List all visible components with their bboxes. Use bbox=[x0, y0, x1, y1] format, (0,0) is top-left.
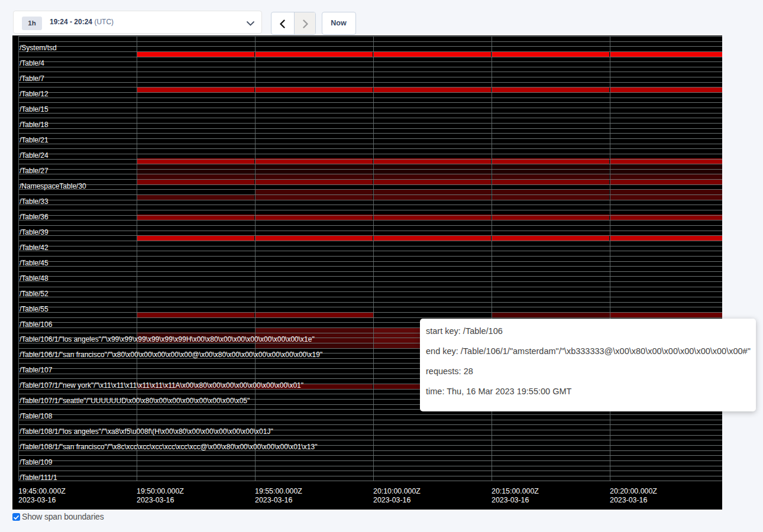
svg-text:/Table/18: /Table/18 bbox=[20, 121, 49, 129]
svg-text:20:10:00.000Z: 20:10:00.000Z bbox=[373, 487, 421, 495]
svg-text:/Table/108: /Table/108 bbox=[20, 412, 53, 420]
svg-text:/Table/106/1/"san francisco"/": /Table/106/1/"san francisco"/"\x80\x00\x… bbox=[20, 351, 322, 359]
svg-text:19:50:00.000Z: 19:50:00.000Z bbox=[137, 487, 184, 495]
svg-text:/System/tsd: /System/tsd bbox=[20, 44, 57, 52]
svg-text:2023-03-16: 2023-03-16 bbox=[610, 496, 647, 504]
svg-text:/Table/4: /Table/4 bbox=[20, 59, 44, 67]
svg-text:/NamespaceTable/30: /NamespaceTable/30 bbox=[20, 182, 86, 190]
svg-text:/Table/106/1/"los angeles"/"\x: /Table/106/1/"los angeles"/"\x99\x99\x99… bbox=[20, 335, 315, 343]
svg-text:/Table/39: /Table/39 bbox=[20, 228, 49, 236]
svg-text:/Table/27: /Table/27 bbox=[20, 167, 49, 175]
svg-text:2023-03-16: 2023-03-16 bbox=[137, 496, 174, 504]
svg-text:/Table/15: /Table/15 bbox=[20, 105, 49, 113]
svg-text:/Table/107/1/"seattle"/"UUUUUU: /Table/107/1/"seattle"/"UUUUUUD\x00\x80\… bbox=[20, 397, 250, 405]
svg-text:20:20:00.000Z: 20:20:00.000Z bbox=[610, 487, 657, 495]
svg-text:/Table/12: /Table/12 bbox=[20, 90, 49, 98]
svg-text:/Table/106: /Table/106 bbox=[20, 320, 53, 329]
svg-text:/Table/21: /Table/21 bbox=[20, 136, 49, 144]
svg-text:19:45:00.000Z: 19:45:00.000Z bbox=[18, 487, 66, 495]
svg-text:/Table/48: /Table/48 bbox=[20, 274, 49, 283]
svg-text:/Table/33: /Table/33 bbox=[20, 197, 49, 206]
svg-text:/Table/107/1/"new york"/"\x11\: /Table/107/1/"new york"/"\x11\x11\x11\x1… bbox=[20, 381, 303, 390]
svg-text:20:15:00.000Z: 20:15:00.000Z bbox=[492, 487, 539, 495]
svg-text:/Table/52: /Table/52 bbox=[20, 290, 49, 298]
svg-text:/Table/107: /Table/107 bbox=[20, 366, 53, 374]
svg-text:/Table/36: /Table/36 bbox=[20, 213, 49, 221]
svg-text:/Table/45: /Table/45 bbox=[20, 259, 49, 267]
svg-text:2023-03-16: 2023-03-16 bbox=[492, 496, 529, 504]
svg-text:/Table/108/1/"los angeles"/"\x: /Table/108/1/"los angeles"/"\xa8\xf5\u00… bbox=[20, 427, 273, 436]
svg-text:/Table/55: /Table/55 bbox=[20, 305, 49, 313]
svg-text:/Table/111/1: /Table/111/1 bbox=[20, 473, 57, 482]
svg-text:/Table/7: /Table/7 bbox=[20, 74, 44, 83]
svg-text:/Table/24: /Table/24 bbox=[20, 151, 49, 160]
svg-text:2023-03-16: 2023-03-16 bbox=[18, 496, 56, 504]
svg-text:19:55:00.000Z: 19:55:00.000Z bbox=[255, 487, 302, 495]
svg-text:/Table/42: /Table/42 bbox=[20, 244, 49, 252]
svg-text:2023-03-16: 2023-03-16 bbox=[373, 496, 410, 504]
svg-text:/Table/109: /Table/109 bbox=[20, 458, 53, 466]
svg-text:/Table/108/1/"san francisco"/": /Table/108/1/"san francisco"/"\x8c\xcc\x… bbox=[20, 443, 317, 451]
svg-text:2023-03-16: 2023-03-16 bbox=[255, 496, 292, 504]
